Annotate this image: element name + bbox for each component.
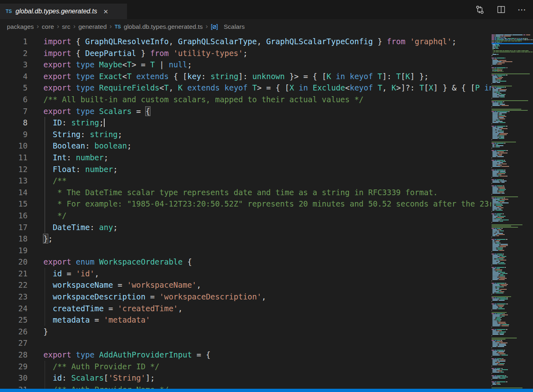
code-line[interactable]: 7export type Scalars = { <box>0 106 491 117</box>
line-number[interactable]: 17 <box>0 222 28 233</box>
code-line[interactable]: 1import { GraphQLResolveInfo, GraphQLSca… <box>0 36 491 47</box>
code-line[interactable]: 4export type Exact<T extends { [key: str… <box>0 71 491 82</box>
code-content[interactable]: export type Maybe<T> = T | null; <box>28 59 491 71</box>
code-line[interactable]: 22 workspaceName = 'workspaceName', <box>0 279 491 291</box>
line-number[interactable]: 9 <box>0 129 28 140</box>
code-line[interactable]: 14 * The DateTime scalar type represents… <box>0 187 491 198</box>
code-line[interactable]: 5export type RequireFields<T, K extends … <box>0 82 491 94</box>
code-content[interactable] <box>28 337 491 349</box>
breadcrumb-src[interactable]: src <box>62 23 71 30</box>
code-content[interactable]: }; <box>28 233 491 245</box>
line-number[interactable]: 26 <box>0 326 28 338</box>
tab-global-db-types[interactable]: TS global.db.types.generated.ts ✕ <box>0 4 127 19</box>
close-tab-icon[interactable]: ✕ <box>102 8 110 15</box>
breadcrumb-core[interactable]: core <box>42 23 54 30</box>
line-number[interactable]: 20 <box>0 256 28 268</box>
code-line[interactable]: 20export enum WorkspaceOrderable { <box>0 256 491 268</box>
minimap[interactable] <box>491 34 533 392</box>
code-content[interactable]: createdTime = 'createdTime', <box>28 303 491 314</box>
code-content[interactable]: * For example: "1985-04-12T23:20:50.52Z"… <box>28 198 491 210</box>
breadcrumb-file[interactable]: TS global.db.types.generated.ts <box>115 23 203 30</box>
code-line[interactable]: 18}; <box>0 233 491 245</box>
line-number[interactable]: 13 <box>0 175 28 187</box>
code-line[interactable]: 11 Int: number; <box>0 152 491 164</box>
code-content[interactable]: * The DateTime scalar type represents da… <box>28 187 491 198</box>
line-number[interactable]: 2 <box>0 47 28 59</box>
code-content[interactable]: metadata = 'metadata' <box>28 314 491 326</box>
compare-changes-icon[interactable] <box>475 4 485 15</box>
code-line[interactable]: 12 Float: number; <box>0 164 491 175</box>
code-content[interactable]: /** <box>28 175 491 187</box>
line-number[interactable]: 16 <box>0 210 28 222</box>
line-number[interactable]: 29 <box>0 361 28 373</box>
line-number[interactable]: 3 <box>0 59 28 71</box>
code-content[interactable]: Int: number; <box>28 152 491 164</box>
line-number[interactable]: 1 <box>0 36 28 47</box>
code-line[interactable]: 2import { DeepPartial } from 'utility-ty… <box>0 47 491 59</box>
code-content[interactable]: ID: string; <box>28 117 491 129</box>
code-line[interactable]: 13 /** <box>0 175 491 187</box>
code-line[interactable]: 26} <box>0 326 491 338</box>
line-number[interactable]: 12 <box>0 164 28 175</box>
code-content[interactable]: */ <box>28 210 491 222</box>
code-line[interactable]: 19 <box>0 245 491 256</box>
code-line[interactable]: 28export type AddAuthProviderInput = { <box>0 349 491 361</box>
line-number[interactable]: 7 <box>0 106 28 117</box>
code-line[interactable]: 25 metadata = 'metadata' <box>0 314 491 326</box>
code-content[interactable]: import { GraphQLResolveInfo, GraphQLScal… <box>28 36 491 47</box>
line-number[interactable]: 24 <box>0 303 28 314</box>
line-number[interactable]: 21 <box>0 268 28 280</box>
code-content[interactable]: } <box>28 326 491 338</box>
code-content[interactable]: export type RequireFields<T, K extends k… <box>28 82 491 94</box>
code-content[interactable]: String: string; <box>28 129 491 140</box>
code-content[interactable]: DateTime: any; <box>28 222 491 233</box>
code-line[interactable]: 21 id = 'id', <box>0 268 491 280</box>
code-line[interactable]: 23 workspaceDescription = 'workspaceDesc… <box>0 291 491 303</box>
breadcrumb-symbol[interactable]: Scalars <box>211 23 245 31</box>
code-line[interactable]: 10 Boolean: boolean; <box>0 140 491 152</box>
code-line[interactable]: 6/** All built-in and custom scalars, ma… <box>0 94 491 106</box>
code-content[interactable]: workspaceDescription = 'workspaceDescrip… <box>28 291 491 303</box>
line-number[interactable]: 19 <box>0 245 28 256</box>
code-line[interactable]: 9 String: string; <box>0 129 491 140</box>
code-content[interactable]: export enum WorkspaceOrderable { <box>28 256 491 268</box>
code-line[interactable]: 29 /** Auth Provider ID */ <box>0 361 491 373</box>
line-number[interactable]: 14 <box>0 187 28 198</box>
code-line[interactable]: 27 <box>0 337 491 349</box>
code-line[interactable]: 8 ID: string; <box>0 117 491 129</box>
code-content[interactable]: export type Scalars = { <box>28 106 491 117</box>
code-line[interactable]: 30 id: Scalars['String']; <box>0 372 491 384</box>
split-editor-icon[interactable] <box>496 4 506 15</box>
code-content[interactable]: export type Exact<T extends { [key: stri… <box>28 71 491 82</box>
line-number[interactable]: 15 <box>0 198 28 210</box>
line-number[interactable]: 8 <box>0 117 28 129</box>
line-number[interactable]: 23 <box>0 291 28 303</box>
code-content[interactable]: import { DeepPartial } from 'utility-typ… <box>28 47 491 59</box>
line-number[interactable]: 25 <box>0 314 28 326</box>
code-line[interactable]: 16 */ <box>0 210 491 222</box>
line-number[interactable]: 11 <box>0 152 28 164</box>
code-content[interactable] <box>28 245 491 256</box>
more-actions-icon[interactable]: ⋯ <box>517 4 527 15</box>
code-content[interactable]: id: Scalars['String']; <box>28 372 491 384</box>
line-number[interactable]: 4 <box>0 71 28 82</box>
line-number[interactable]: 22 <box>0 279 28 291</box>
line-number[interactable]: 6 <box>0 94 28 106</box>
code-content[interactable]: export type AddAuthProviderInput = { <box>28 349 491 361</box>
line-number[interactable]: 5 <box>0 82 28 94</box>
line-number[interactable]: 27 <box>0 337 28 349</box>
code-content[interactable]: /** All built-in and custom scalars, map… <box>28 94 491 106</box>
breadcrumb-generated[interactable]: generated <box>78 23 107 30</box>
code-line[interactable]: 3export type Maybe<T> = T | null; <box>0 59 491 71</box>
line-number[interactable]: 18 <box>0 233 28 245</box>
code-line[interactable]: 17 DateTime: any; <box>0 222 491 233</box>
code-editor[interactable]: 1import { GraphQLResolveInfo, GraphQLSca… <box>0 34 491 392</box>
code-line[interactable]: 24 createdTime = 'createdTime', <box>0 303 491 314</box>
code-line[interactable]: 15 * For example: "1985-04-12T23:20:50.5… <box>0 198 491 210</box>
code-content[interactable]: id = 'id', <box>28 268 491 280</box>
line-number[interactable]: 28 <box>0 349 28 361</box>
code-content[interactable]: Boolean: boolean; <box>28 140 491 152</box>
breadcrumb-packages[interactable]: packages <box>7 23 34 30</box>
line-number[interactable]: 30 <box>0 372 28 384</box>
code-content[interactable]: /** Auth Provider ID */ <box>28 361 491 373</box>
